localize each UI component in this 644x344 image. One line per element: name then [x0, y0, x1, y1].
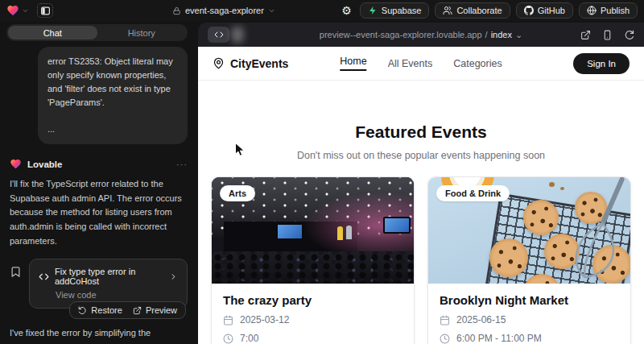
photo-layer	[489, 238, 528, 277]
url-path: index	[491, 30, 512, 39]
publish-label: Publish	[601, 6, 630, 15]
restore-button[interactable]: Restore	[78, 305, 122, 315]
event-date: 2025-06-15	[456, 314, 506, 325]
supabase-label: Supabase	[382, 6, 422, 15]
preview-url[interactable]: preview--event-saga-explorer.lovable.app…	[320, 30, 522, 40]
section-title: Featured Events	[198, 122, 644, 142]
event-title: The crazy party	[223, 293, 402, 307]
event-date-row: 2025-06-15	[440, 314, 619, 325]
code-change-title: Fix type type error in addCoHost	[55, 267, 163, 286]
photo-layer	[276, 223, 303, 240]
assistant-name: Lovable	[27, 160, 62, 169]
preview-browser-bar: preview--event-saga-explorer.lovable.app…	[198, 23, 644, 47]
collaborate-label: Collaborate	[456, 6, 502, 15]
top-bar: event-saga-explorer ⚙ Supabase Collabora…	[0, 0, 644, 21]
chevron-right-icon	[169, 272, 178, 281]
open-in-new-tab-icon[interactable]	[580, 30, 591, 40]
event-card[interactable]: Food & Drink Brooklyn Night Market 2025-…	[427, 176, 631, 344]
code-icon	[214, 30, 224, 39]
site-viewport: CityEvents Home All Events Categories Si…	[198, 47, 644, 344]
event-title: Brooklyn Night Market	[440, 293, 619, 307]
site-brand[interactable]: CityEvents	[213, 57, 288, 70]
user-message-ellipsis: ...	[47, 122, 178, 136]
photo-layer	[556, 177, 630, 284]
event-cards: Arts The crazy party 2025-03-12 7:00	[198, 161, 644, 344]
project-selector[interactable]: event-saga-explorer	[172, 6, 275, 15]
chevron-down-icon	[22, 7, 29, 15]
chat-panel: Chat History error TS2353: Object litera…	[0, 21, 197, 344]
chat-tab-bar: Chat History	[6, 24, 188, 41]
photo-layer	[383, 217, 411, 234]
event-time: 6:00 PM - 11:00 PM	[456, 333, 542, 344]
event-time-row: 7:00	[223, 333, 402, 344]
restore-preview-toolbar: Restore Preview	[0, 301, 186, 319]
lock-icon	[172, 6, 181, 15]
featured-section-header: Featured Events Don't miss out on these …	[198, 81, 644, 161]
user-message-text: error TS2353: Object literal may only sp…	[47, 55, 178, 110]
nav-categories[interactable]: Categories	[453, 58, 502, 69]
code-icon	[39, 271, 49, 282]
project-name: event-saga-explorer	[185, 6, 264, 15]
url-domain: preview--event-saga-explorer.lovable.app	[320, 30, 482, 39]
url-chevron-icon: ⌄	[515, 30, 522, 40]
mouse-cursor	[234, 142, 246, 157]
external-link-icon	[133, 306, 142, 315]
sign-in-button[interactable]: Sign In	[573, 53, 630, 74]
chevron-down-icon	[268, 7, 275, 15]
panel-left-icon	[40, 6, 51, 16]
brand-name: CityEvents	[230, 57, 288, 70]
publish-button[interactable]: Publish	[579, 2, 638, 19]
clock-icon	[440, 334, 450, 344]
users-icon	[443, 6, 452, 15]
refresh-icon[interactable]	[624, 30, 634, 40]
assistant-message-result: I've fixed the error by simplifying the …	[10, 326, 188, 344]
mobile-view-icon[interactable]	[602, 30, 613, 40]
site-nav: Home All Events Categories	[340, 56, 502, 71]
assistant-message-intro: I'll fix the TypeScript error related to…	[10, 177, 188, 248]
event-date: 2025-03-12	[240, 314, 289, 325]
map-pin-icon	[213, 57, 225, 69]
view-code-link[interactable]: View code	[56, 290, 178, 300]
app-window: event-saga-explorer ⚙ Supabase Collabora…	[0, 0, 644, 344]
event-time-row: 6:00 PM - 11:00 PM	[440, 333, 619, 344]
section-subtitle: Don't miss out on these popular events h…	[198, 150, 644, 161]
github-button[interactable]: GitHub	[516, 2, 573, 19]
code-view-button[interactable]	[208, 27, 229, 43]
globe-icon	[587, 6, 597, 15]
photo-layer	[212, 251, 414, 284]
lovable-heart-icon	[10, 158, 22, 170]
lovable-logo-menu[interactable]	[6, 4, 29, 17]
tab-chat[interactable]: Chat	[8, 26, 97, 39]
url-separator: /	[485, 30, 488, 39]
github-label: GitHub	[538, 6, 565, 15]
github-icon	[524, 6, 534, 15]
lovable-heart-icon	[6, 4, 19, 17]
category-badge: Arts	[220, 185, 255, 201]
bookmark-icon[interactable]	[10, 266, 22, 278]
user-message-bubble: error TS2353: Object literal may only sp…	[38, 47, 188, 144]
assistant-header: Lovable ···	[10, 158, 188, 170]
nav-all-events[interactable]: All Events	[388, 58, 433, 69]
supabase-button[interactable]: Supabase	[360, 2, 430, 19]
restore-label: Restore	[91, 305, 122, 315]
photo-layer	[549, 182, 555, 187]
preview-button[interactable]: Preview	[133, 305, 177, 315]
event-time: 7:00	[240, 333, 258, 344]
toggle-sidebar-button[interactable]	[37, 3, 53, 18]
calendar-icon	[440, 315, 450, 325]
event-date-row: 2025-03-12	[223, 314, 402, 325]
event-photo: Arts	[212, 177, 414, 284]
tab-history[interactable]: History	[97, 26, 187, 39]
preview-toggle-highlight	[231, 27, 244, 43]
settings-gear-button[interactable]: ⚙	[339, 5, 354, 16]
nav-home[interactable]: Home	[340, 56, 366, 71]
message-menu-button[interactable]: ···	[176, 160, 188, 169]
event-card[interactable]: Arts The crazy party 2025-03-12 7:00	[211, 176, 415, 344]
collaborate-button[interactable]: Collaborate	[435, 2, 510, 19]
calendar-icon	[223, 315, 233, 325]
event-photo: Food & Drink	[428, 177, 630, 284]
photo-layer	[346, 226, 352, 239]
preview-pane: preview--event-saga-explorer.lovable.app…	[198, 23, 644, 344]
photo-layer	[560, 187, 564, 190]
preview-label: Preview	[146, 305, 177, 315]
